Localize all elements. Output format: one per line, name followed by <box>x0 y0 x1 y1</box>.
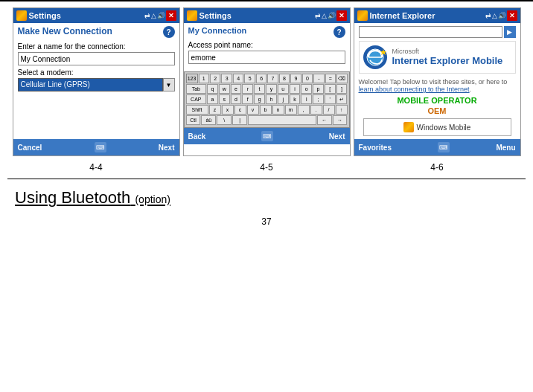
kb-key-j[interactable]: j <box>278 94 289 104</box>
kb-key-q[interactable]: q <box>207 84 218 94</box>
signal-icon: ⇄ <box>144 12 150 19</box>
kb-key-z[interactable]: z <box>209 105 221 115</box>
kb-key-y[interactable]: y <box>266 84 277 94</box>
kb-key-b[interactable]: b <box>260 105 272 115</box>
kb-key-enter[interactable]: ↵ <box>336 94 348 104</box>
kb-key-x[interactable]: x <box>222 105 234 115</box>
screen3-menu-btn[interactable]: Menu <box>496 144 515 152</box>
screen1-modem-select-wrapper: Cellular Line (GPRS) ▼ <box>18 78 175 91</box>
ie-go-btn[interactable]: ▶ <box>504 26 516 38</box>
kb-key-t[interactable]: t <box>254 84 265 94</box>
windows-mobile-text: Windows Mobile <box>417 123 471 132</box>
screen1-title-text: Settings <box>29 11 61 20</box>
kb-key-2[interactable]: 2 <box>210 74 220 83</box>
help-icon[interactable]: ? <box>163 26 175 38</box>
ie-e-icon <box>363 45 388 70</box>
keyboard[interactable]: 123 1 2 3 4 5 6 7 8 9 0 - = ⌫ Tab q w e … <box>184 71 350 128</box>
screen3-favorites-btn[interactable]: Favorites <box>359 144 392 152</box>
kb-key-i[interactable]: i <box>290 84 301 94</box>
kb-key-3[interactable]: 3 <box>221 74 232 83</box>
screen1-connection-name-input[interactable] <box>18 52 175 65</box>
kb-key-4[interactable]: 4 <box>233 74 243 83</box>
kb-key-f[interactable]: f <box>242 94 253 104</box>
make-new-connection-heading: Make New Connection <box>18 26 112 36</box>
screen2-toolbar: Back ⌨ Next <box>184 128 350 144</box>
kb-key-semicolon[interactable]: ; <box>313 94 324 104</box>
kb-key-left[interactable]: ← <box>317 115 332 125</box>
kb-key-comma[interactable]: , <box>298 105 310 115</box>
kb-key-intl[interactable]: áü <box>201 115 216 125</box>
kb-key-6[interactable]: 6 <box>256 74 266 83</box>
screen1-cancel-btn[interactable]: Cancel <box>18 144 42 152</box>
help-icon-2[interactable]: ? <box>333 26 345 38</box>
kb-key-k[interactable]: k <box>290 94 301 104</box>
screen1-next-btn[interactable]: Next <box>159 144 175 152</box>
kb-key-tab[interactable]: Tab <box>186 84 207 94</box>
screen2-toolbar-icon: ⌨ <box>261 131 273 141</box>
close-btn[interactable]: ✕ <box>166 10 176 21</box>
kb-key-minus[interactable]: - <box>313 74 324 83</box>
kb-key-c[interactable]: c <box>234 105 246 115</box>
kb-key-ctl[interactable]: Ctl <box>186 115 201 125</box>
ie-address-input[interactable] <box>359 26 502 38</box>
kb-key-quote[interactable]: ' <box>325 94 336 104</box>
kb-key-a[interactable]: a <box>207 94 218 104</box>
volume-icon: 🔊 <box>157 12 165 19</box>
kb-key-0[interactable]: 0 <box>302 74 313 83</box>
kb-key-backslash[interactable]: \ <box>217 115 232 125</box>
screen3-titlebar-icons: ⇄ △ 🔊 ✕ <box>485 10 517 21</box>
screen3-titlebar: Internet Explorer ⇄ △ 🔊 ✕ <box>354 8 520 23</box>
kb-key-h[interactable]: h <box>266 94 277 104</box>
screen2-next-btn[interactable]: Next <box>329 132 345 141</box>
close-btn-2[interactable]: ✕ <box>336 10 347 21</box>
screen1-modem-select[interactable]: Cellular Line (GPRS) <box>18 78 163 91</box>
screen3: Internet Explorer ⇄ △ 🔊 ✕ ▶ <box>354 7 521 156</box>
kb-key-p[interactable]: p <box>313 84 324 94</box>
screen2-back-btn[interactable]: Back <box>188 132 206 141</box>
kb-key-r[interactable]: r <box>242 84 253 94</box>
my-connection-heading: My Connection <box>188 26 247 35</box>
select-arrow-icon[interactable]: ▼ <box>163 78 175 91</box>
oem-label: OEM <box>359 106 516 115</box>
kb-key-u[interactable]: u <box>278 84 289 94</box>
kb-key-o[interactable]: o <box>301 84 312 94</box>
screen2-apn-input[interactable] <box>188 51 345 64</box>
kb-key-w[interactable]: w <box>219 84 230 94</box>
kb-key-space[interactable] <box>248 115 316 125</box>
ie-learn-link[interactable]: learn about connecting to the Internet <box>359 86 470 93</box>
kb-key-up[interactable]: ↑ <box>336 105 348 115</box>
kb-key-slash[interactable]: / <box>323 105 335 115</box>
kb-key-l[interactable]: l <box>301 94 312 104</box>
ie-brand-name: Internet Explorer Mobile <box>392 55 503 67</box>
kb-key-e[interactable]: e <box>231 84 242 94</box>
kb-key-s[interactable]: s <box>219 94 230 104</box>
kb-key-lbracket[interactable]: [ <box>325 84 336 94</box>
kb-key-n[interactable]: n <box>272 105 284 115</box>
kb-key-pipe[interactable]: | <box>232 115 247 125</box>
kb-key-1[interactable]: 1 <box>199 74 209 83</box>
windows-icon-2 <box>187 10 197 21</box>
kb-key-9[interactable]: 9 <box>290 74 301 83</box>
kb-key-v[interactable]: v <box>247 105 259 115</box>
kb-key-backspace[interactable]: ⌫ <box>336 74 347 83</box>
kb-key-right[interactable]: → <box>333 115 348 125</box>
screen1-toolbar-icon: ⌨ <box>95 142 106 152</box>
kb-key-period[interactable]: . <box>310 105 322 115</box>
kb-key-5[interactable]: 5 <box>244 74 255 83</box>
windows-icon <box>16 10 27 21</box>
close-btn-3[interactable]: ✕ <box>507 10 517 21</box>
kb-key-equals[interactable]: = <box>325 74 336 83</box>
ie-search-row: ▶ <box>359 26 516 38</box>
kb-key-8[interactable]: 8 <box>279 74 290 83</box>
screen2-title-text: Settings <box>200 11 232 20</box>
kb-key-123[interactable]: 123 <box>186 74 198 83</box>
kb-key-d[interactable]: d <box>231 94 242 104</box>
kb-key-shift[interactable]: Shift <box>186 105 208 115</box>
kb-key-m[interactable]: m <box>285 105 297 115</box>
kb-key-cap[interactable]: CAP <box>186 94 207 104</box>
screen1: Settings ⇄ △ 🔊 ✕ Make New Connection ? E… <box>13 7 180 156</box>
kb-key-g[interactable]: g <box>254 94 265 104</box>
kb-key-rbracket[interactable]: ] <box>336 84 348 94</box>
caption-4-4: 4-4 <box>13 162 180 173</box>
kb-key-7[interactable]: 7 <box>267 74 278 83</box>
